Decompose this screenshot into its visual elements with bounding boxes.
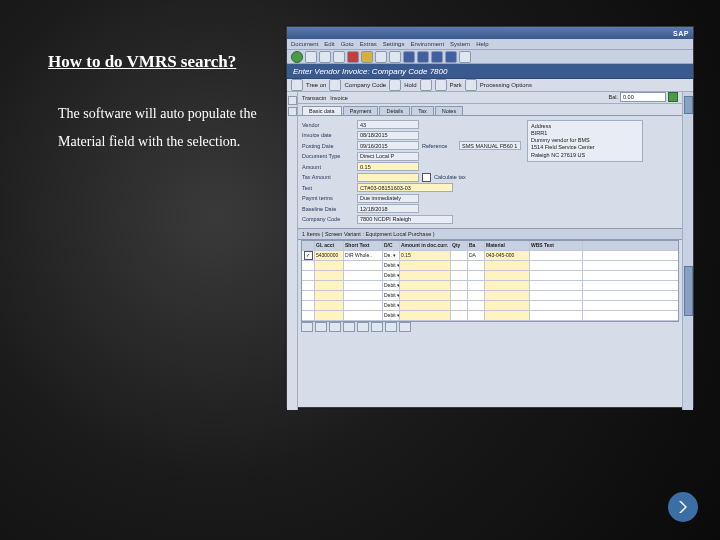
line-items-grid: GL acct Short Text D/C Amount in doc.cur… [301,240,679,322]
nav-icon[interactable] [361,51,373,63]
grid-btn-7[interactable] [385,322,397,332]
reference-field[interactable]: SMS MANUAL FB60 1 [459,141,521,150]
amount-field[interactable]: 0.15 [357,162,419,171]
menu-goto[interactable]: Goto [341,41,354,47]
table-row[interactable]: Debit ▾ [302,281,678,291]
menu-edit[interactable]: Edit [324,41,334,47]
menu-help[interactable]: Help [476,41,488,47]
menu-extras[interactable]: Extras [360,41,377,47]
scroll-thumb-bottom[interactable] [684,266,693,316]
reference-label: Reference [422,143,456,149]
col-ba[interactable]: Ba [468,241,485,250]
transaction-label: Transactn [302,95,326,101]
slide-body-text: The software will auto populate the Mate… [58,100,258,156]
strip-icon-2[interactable] [288,107,297,116]
table-row[interactable]: Debit ▾ [302,311,678,321]
table-row[interactable]: Debit ▾ [302,271,678,281]
transaction-field[interactable]: Invoice [330,95,380,101]
table-row[interactable]: Debit ▾ [302,261,678,271]
next-slide-button[interactable] [668,492,698,522]
col-glacct[interactable]: GL acct [315,241,344,250]
scroll-thumb-top[interactable] [684,96,693,114]
tax-amount-field[interactable] [357,173,419,182]
tab-payment[interactable]: Payment [343,106,379,115]
calculate-tax-checkbox[interactable] [422,173,431,182]
calculate-tax-label: Calculate tax [434,174,466,180]
invoice-date-field[interactable]: 08/18/2015 [357,131,419,140]
posting-date-field[interactable]: 09/16/2015 [357,141,419,150]
tree-on-icon[interactable] [291,79,303,91]
cell-ba[interactable]: DA [468,251,485,260]
grid-btn-8[interactable] [399,322,411,332]
cancel-icon[interactable] [347,51,359,63]
line-items-header: 1 Items ( Screen Variant : Equipment Loc… [298,228,682,240]
prev-page-icon[interactable] [417,51,429,63]
next-page-icon[interactable] [431,51,443,63]
document-type-label: Document Type [302,153,354,159]
grid-btn-5[interactable] [357,322,369,332]
paymt-terms-field[interactable]: Due immediately [357,194,419,203]
col-amount[interactable]: Amount in doc.curr. [400,241,451,250]
text-field[interactable]: CT#03-08151603-03 [357,183,453,192]
tab-basic-data[interactable]: Basic data [302,106,342,115]
grid-btn-4[interactable] [343,322,355,332]
baseline-date-field[interactable]: 12/18/2018 [357,204,419,213]
col-short-text[interactable]: Short Text [344,241,383,250]
app-toolbar: Tree on Company Code Hold Park Processin… [287,79,693,92]
first-page-icon[interactable] [403,51,415,63]
company-code-field[interactable]: 7800 NCDPI Raleigh [357,215,453,224]
cell-short[interactable]: DIR Whole.. [344,251,383,260]
col-select[interactable] [302,241,315,250]
tab-details[interactable]: Details [379,106,410,115]
print-icon[interactable] [375,51,387,63]
row-checkbox[interactable]: ✓ [304,251,313,260]
save-icon[interactable] [319,51,331,63]
cell-wbs[interactable] [530,251,583,260]
grid-toolbar [298,322,682,332]
hold-icon[interactable] [389,79,401,91]
col-dc[interactable]: D/C [383,241,400,250]
back-icon[interactable] [305,51,317,63]
menu-environment[interactable]: Environment [410,41,444,47]
cell-qty[interactable] [451,251,468,260]
table-row[interactable]: ✓ 54300000 DIR Whole.. De. ▾ 0.15 DA 043… [302,251,678,261]
ok-icon[interactable] [291,51,303,63]
table-row[interactable]: Debit ▾ [302,301,678,311]
menu-document[interactable]: Document [291,41,318,47]
address-heading: Address [531,123,639,130]
col-qty[interactable]: Qty [451,241,468,250]
address-line3: 1514 Field Service Center [531,144,639,151]
edit-opts-icon[interactable] [465,79,477,91]
menu-settings[interactable]: Settings [383,41,405,47]
vertical-scrollbar[interactable] [682,92,693,410]
company-icon[interactable] [329,79,341,91]
cell-material[interactable]: 043-045-000 [485,251,530,260]
grid-btn-1[interactable] [301,322,313,332]
help-icon[interactable] [459,51,471,63]
tab-tax[interactable]: Tax [411,106,434,115]
menu-system[interactable]: System [450,41,470,47]
tab-notes[interactable]: Notes [435,106,463,115]
grid-btn-3[interactable] [329,322,341,332]
last-page-icon[interactable] [445,51,457,63]
cell-amount[interactable]: 0.15 [400,251,451,260]
tab-strip: Basic data Payment Details Tax Notes [298,104,682,116]
cell-glacct[interactable]: 54300000 [315,251,344,260]
document-type-field[interactable]: Direct Local P [357,152,419,161]
col-material[interactable]: Material [485,241,530,250]
simulate-icon[interactable] [420,79,432,91]
grid-btn-6[interactable] [371,322,383,332]
grid-btn-2[interactable] [315,322,327,332]
vendor-field[interactable]: 43 [357,120,419,129]
amount-label: Amount [302,164,354,170]
company-code-label: Company Code [302,216,354,222]
park-icon[interactable] [435,79,447,91]
exit-icon[interactable] [333,51,345,63]
find-icon[interactable] [389,51,401,63]
cell-dc[interactable]: De. ▾ [383,251,400,260]
col-wbs-text[interactable]: WBS Text [530,241,583,250]
sap-window: SAP Document Edit Goto Extras Settings E… [286,26,694,408]
strip-icon-1[interactable] [288,96,297,105]
table-row[interactable]: Debit ▾ [302,291,678,301]
balance-status-icon [668,92,678,102]
